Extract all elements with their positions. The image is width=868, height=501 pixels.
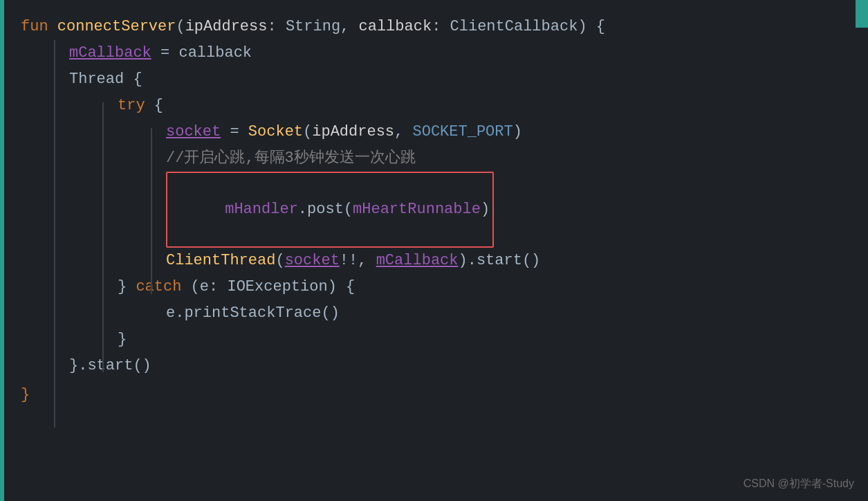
- comment-heartbeat: //开启心跳,每隔3秒钟发送一次心跳: [166, 146, 416, 170]
- code-editor: fun connectServer(ipAddress: String, cal…: [0, 0, 868, 501]
- func-name: connectServer: [57, 15, 176, 39]
- var-socket: socket: [166, 120, 221, 144]
- func-clientthread: ClientThread: [166, 248, 275, 273]
- keyword-fun: fun: [21, 15, 57, 39]
- var-mheartrunnable: mHeartRunnable: [353, 201, 481, 218]
- code-line-12: }.start(): [21, 353, 868, 379]
- code-line-5: socket = Socket(ipAddress, SOCKET_PORT): [21, 119, 868, 145]
- var-mcallback: mCallback: [69, 41, 151, 65]
- code-line-7: mHandler.post(mHeartRunnable): [21, 172, 868, 248]
- var-mhandler: mHandler: [225, 201, 298, 218]
- code-line-1: fun connectServer(ipAddress: String, cal…: [21, 14, 868, 40]
- top-right-accent: [856, 0, 868, 28]
- highlighted-expression: mHandler.post(mHeartRunnable): [166, 172, 494, 248]
- code-line-4: try {: [21, 93, 868, 119]
- code-line-6: //开启心跳,每隔3秒钟发送一次心跳: [21, 145, 868, 172]
- var-mcallback2: mCallback: [376, 248, 459, 273]
- indent-guide-3: [151, 128, 152, 294]
- code-line-2: mCallback = callback: [21, 40, 868, 66]
- indent-guide-1: [54, 40, 55, 428]
- closing-brace-line: }: [21, 382, 868, 408]
- left-accent-bar: [0, 0, 4, 501]
- code-line-8: ClientThread(socket!!, mCallback).start(…: [21, 248, 868, 274]
- closing-brace: }: [21, 383, 30, 407]
- code-line-9: } catch (e: IOException) {: [21, 274, 868, 300]
- var-socket2: socket: [285, 248, 340, 273]
- keyword-try: try: [118, 93, 145, 118]
- indent-guide-2: [102, 102, 104, 372]
- func-socket: Socket: [248, 120, 303, 144]
- watermark: CSDN @初学者-Study: [744, 475, 854, 493]
- code-line-10: e.printStackTrace(): [21, 300, 868, 327]
- code-line-11: }: [21, 327, 868, 353]
- code-line-3: Thread {: [21, 66, 868, 93]
- keyword-catch: catch: [136, 275, 181, 299]
